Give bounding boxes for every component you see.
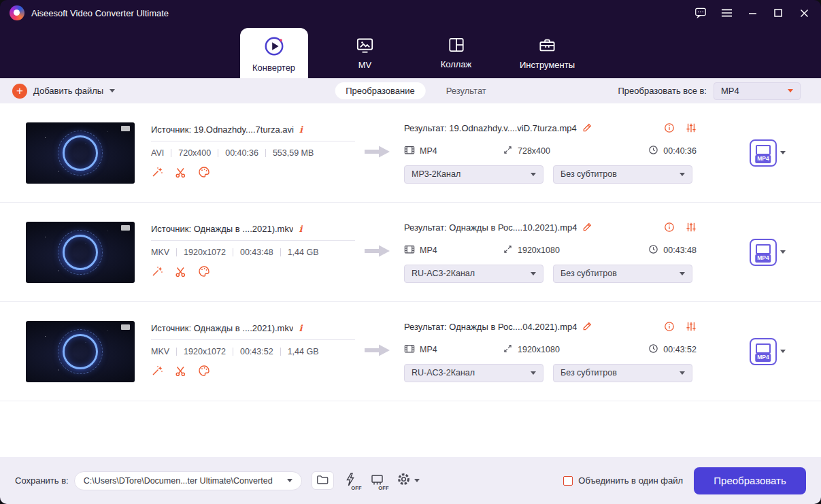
- menu-icon[interactable]: [720, 7, 733, 19]
- chevron-down-icon: [287, 479, 292, 482]
- merge-label: Объединить в один файл: [578, 475, 683, 486]
- output-format-button[interactable]: MP4: [750, 338, 786, 365]
- gpu-acceleration-toggle[interactable]: OFF: [367, 470, 388, 492]
- audio-track-value: RU-AC3-2Канал: [412, 269, 475, 278]
- open-folder-button[interactable]: [312, 471, 334, 490]
- file-row[interactable]: Источник: Однажды в ....2021).mkv i MKV …: [0, 302, 821, 401]
- source-resolution: 1920x1072: [184, 347, 226, 356]
- palette-icon[interactable]: [198, 265, 210, 280]
- feedback-chat-icon[interactable]: [694, 7, 707, 19]
- divider: [218, 149, 218, 157]
- app-logo-icon: [10, 5, 24, 20]
- video-thumbnail[interactable]: [26, 222, 135, 283]
- info-circle-icon[interactable]: [664, 222, 675, 235]
- close-icon[interactable]: [798, 7, 810, 19]
- save-path-select[interactable]: C:\Users\DTore\Documen...ter Ultimate\Co…: [74, 471, 302, 490]
- minimize-icon[interactable]: [746, 7, 758, 19]
- divider: [233, 348, 233, 356]
- divider: [151, 240, 355, 241]
- source-info-icon[interactable]: i: [299, 224, 302, 234]
- result-column: Результат: Однажды в Рос....04.2021).mp4: [404, 321, 697, 382]
- settings-button[interactable]: [397, 472, 420, 489]
- video-thumbnail[interactable]: [26, 122, 135, 184]
- plus-icon[interactable]: +: [12, 84, 27, 99]
- source-duration: 00:43:52: [240, 347, 273, 356]
- source-info-icon[interactable]: i: [299, 323, 302, 333]
- chevron-down-icon: [110, 89, 115, 93]
- divider: [151, 339, 355, 340]
- hw-acceleration-toggle[interactable]: OFF: [339, 470, 361, 492]
- resolution-scale-icon: [503, 145, 513, 157]
- tab-label: Инструменты: [520, 60, 575, 70]
- file-row[interactable]: Источник: Однажды в ....2021).mkv i MKV …: [0, 203, 821, 302]
- audio-track-select[interactable]: MP3-2Канал: [404, 165, 543, 184]
- clock-icon: [648, 244, 658, 256]
- source-info-icon[interactable]: i: [299, 124, 303, 135]
- audio-track-select[interactable]: RU-AC3-2Канал: [404, 364, 543, 382]
- source-format: AVI: [151, 148, 164, 158]
- folder-icon: [316, 474, 329, 488]
- view-tab-conversion[interactable]: Преобразование: [335, 82, 426, 99]
- rename-pencil-icon[interactable]: [582, 222, 592, 234]
- tab-mv[interactable]: MV: [331, 26, 399, 78]
- app-title: Aiseesoft Video Converter Ultimate: [31, 8, 169, 18]
- file-row[interactable]: Источник: 19.Odnazhdy....7turza.avi i AV…: [0, 103, 821, 203]
- save-path-value: C:\Users\DTore\Documen...ter Ultimate\Co…: [84, 476, 273, 486]
- arrow-icon: [365, 243, 390, 261]
- mp4-badge-icon[interactable]: MP4: [750, 139, 777, 167]
- resolution-scale-icon: [503, 244, 513, 256]
- thumbnail-art: [63, 135, 98, 171]
- maximize-icon[interactable]: [772, 7, 784, 19]
- audio-track-select[interactable]: RU-AC3-2Канал: [404, 265, 543, 283]
- edit-effects-icon[interactable]: [151, 166, 163, 181]
- tab-tools[interactable]: Инструменты: [514, 26, 582, 78]
- file-list: Источник: 19.Odnazhdy....7turza.avi i AV…: [0, 103, 821, 401]
- badge-label: MP4: [755, 254, 771, 262]
- view-tab-result[interactable]: Результат: [446, 86, 486, 96]
- equalizer-icon[interactable]: [686, 122, 697, 135]
- video-thumbnail[interactable]: [26, 321, 135, 382]
- chevron-down-icon: [680, 173, 685, 176]
- output-format-button[interactable]: MP4: [750, 239, 786, 266]
- subtitle-select[interactable]: Без субтитров: [553, 165, 692, 184]
- format-film-icon: [404, 244, 415, 256]
- convert-all-select[interactable]: MP4: [714, 82, 801, 100]
- equalizer-icon[interactable]: [686, 222, 697, 235]
- add-files-button[interactable]: + Добавить файлы: [12, 84, 115, 99]
- mp4-badge-icon[interactable]: MP4: [750, 239, 777, 266]
- tab-label: Конвертер: [252, 63, 295, 73]
- convert-button[interactable]: Преобразовать: [694, 467, 806, 494]
- format-film-icon: [404, 145, 415, 157]
- convert-all-value: MP4: [721, 86, 739, 96]
- divider: [176, 348, 177, 356]
- divider: [176, 248, 177, 256]
- add-files-label: Добавить файлы: [33, 86, 103, 96]
- source-duration: 00:43:48: [240, 248, 273, 257]
- merge-checkbox[interactable]: [563, 476, 573, 486]
- cut-scissors-icon[interactable]: [175, 266, 186, 280]
- edit-effects-icon[interactable]: [151, 365, 163, 380]
- divider: [171, 149, 171, 157]
- info-circle-icon[interactable]: [664, 321, 675, 334]
- tab-converter[interactable]: Конвертер: [240, 28, 308, 78]
- rename-pencil-icon[interactable]: [582, 122, 592, 135]
- subtitle-value: Без субтитров: [560, 169, 617, 179]
- chevron-down-icon: [414, 479, 420, 482]
- tab-collage[interactable]: Коллаж: [422, 26, 490, 78]
- info-circle-icon[interactable]: [664, 122, 675, 135]
- main-nav: Конвертер MV: [0, 26, 821, 78]
- palette-icon[interactable]: [198, 166, 210, 181]
- cut-scissors-icon[interactable]: [175, 365, 186, 380]
- cut-scissors-icon[interactable]: [175, 167, 186, 181]
- edit-effects-icon[interactable]: [151, 265, 163, 280]
- source-filename: Источник: Однажды в ....2021).mkv: [151, 323, 293, 333]
- rename-pencil-icon[interactable]: [582, 321, 592, 333]
- palette-icon[interactable]: [198, 365, 210, 380]
- output-format-button[interactable]: MP4: [750, 139, 786, 167]
- subtitle-select[interactable]: Без субтитров: [553, 364, 692, 382]
- equalizer-icon[interactable]: [686, 321, 697, 334]
- subtitle-select[interactable]: Без субтитров: [553, 265, 692, 283]
- save-to-label: Сохранить в:: [15, 475, 69, 486]
- mp4-badge-icon[interactable]: MP4: [750, 338, 777, 365]
- subtitle-value: Без субтитров: [560, 368, 617, 377]
